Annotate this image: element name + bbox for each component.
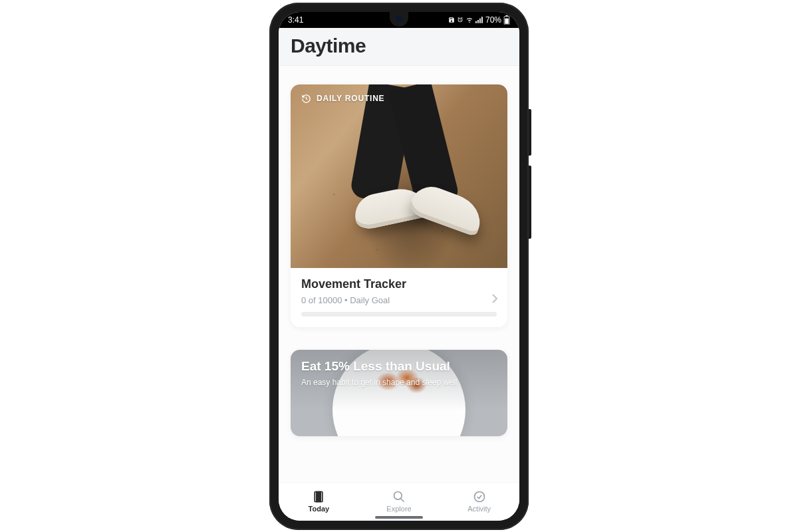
- screen: 3:41 70% Daytime: [279, 12, 519, 521]
- today-icon: [312, 490, 325, 503]
- battery-icon: [503, 15, 510, 25]
- card-overlay: Eat 15% Less than Usual An easy habit to…: [291, 350, 507, 436]
- card-subtitle: 0 of 10000 • Daily Goal: [301, 295, 497, 305]
- tab-explore[interactable]: Explore: [359, 483, 440, 521]
- svg-rect-6: [505, 18, 508, 23]
- signal-icon: [475, 17, 483, 23]
- page-header: Daytime: [279, 28, 519, 66]
- chevron-right-icon[interactable]: [491, 293, 498, 307]
- tab-label: Explore: [386, 505, 411, 513]
- status-right: 70%: [448, 15, 510, 25]
- tab-bar: Today Explore Activity: [279, 482, 519, 521]
- phone-frame: 3:41 70% Daytime: [269, 3, 529, 530]
- svg-rect-1: [477, 20, 479, 23]
- tab-today[interactable]: Today: [279, 483, 359, 521]
- battery-text: 70%: [485, 15, 501, 25]
- svg-point-9: [394, 492, 402, 500]
- svg-line-10: [401, 499, 404, 502]
- tab-label: Today: [309, 505, 330, 513]
- alarm-icon: [457, 17, 464, 23]
- status-time: 3:41: [288, 15, 303, 25]
- tab-label: Activity: [467, 505, 491, 513]
- card-tag: DAILY ROUTINE: [301, 94, 384, 104]
- page-title: Daytime: [291, 35, 507, 57]
- card-title: Eat 15% Less than Usual: [301, 359, 497, 374]
- eat-less-card[interactable]: Eat 15% Less than Usual An easy habit to…: [291, 350, 507, 436]
- svg-rect-2: [479, 18, 481, 23]
- svg-rect-0: [475, 21, 477, 23]
- card-body: Movement Tracker 0 of 10000 • Daily Goal: [291, 268, 507, 327]
- progress-bar: [301, 312, 497, 317]
- check-circle-icon: [473, 490, 486, 503]
- card-title: Movement Tracker: [301, 277, 497, 291]
- card-tag-label: DAILY ROUTINE: [317, 94, 384, 103]
- wifi-icon: [466, 17, 473, 23]
- movement-tracker-card[interactable]: DAILY ROUTINE Movement Tracker 0 of 1000…: [291, 84, 507, 327]
- svg-rect-3: [481, 17, 483, 23]
- svg-rect-8: [317, 492, 321, 502]
- tab-activity[interactable]: Activity: [439, 483, 519, 521]
- save-icon: [448, 17, 455, 23]
- side-button: [529, 109, 531, 156]
- card-subtitle: An easy habit to get in shape and sleep …: [301, 378, 497, 387]
- content-scroll[interactable]: DAILY ROUTINE Movement Tracker 0 of 1000…: [279, 66, 519, 482]
- svg-point-11: [474, 492, 484, 502]
- side-button: [529, 166, 531, 239]
- card-hero-image: DAILY ROUTINE: [291, 84, 507, 268]
- home-indicator[interactable]: [375, 516, 423, 519]
- search-icon: [392, 490, 406, 503]
- history-icon: [301, 94, 311, 104]
